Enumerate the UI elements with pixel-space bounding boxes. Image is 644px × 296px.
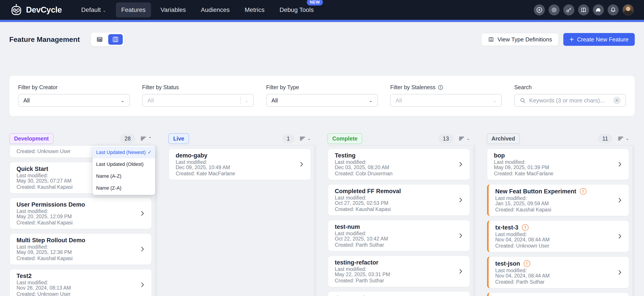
nav-item-variables[interactable]: Variables	[156, 2, 191, 17]
sort-option-last-updated-oldest[interactable]: Last Updated (Oldest)	[92, 158, 155, 170]
chevron-right-icon	[298, 161, 305, 168]
feature-name: Test2	[16, 273, 32, 279]
settings-button[interactable]	[548, 4, 560, 15]
feature-card[interactable]: Completed FF Removal Last modified: Oct …	[328, 184, 470, 216]
feature-card[interactable]: bop Last modified: May 09, 2025, 01:39 P…	[487, 149, 629, 180]
create-circle-button[interactable]	[534, 4, 545, 15]
table-view-button[interactable]	[92, 34, 107, 45]
filter-status-label: Filter by Status	[142, 84, 254, 90]
column-scrollbar[interactable]	[314, 146, 316, 296]
feature-card[interactable]: demo-gaby Last modified: Dec 09, 2025, 1…	[169, 149, 311, 180]
feature-name: bop	[494, 152, 505, 159]
chevron-right-icon	[457, 197, 464, 203]
search-input[interactable]	[529, 97, 610, 104]
clear-search-button[interactable]: ×	[613, 97, 621, 104]
discord-button[interactable]	[593, 4, 604, 15]
nav-item-features[interactable]: Features	[116, 2, 151, 17]
card-list: bop Last modified: May 09, 2025, 01:39 P…	[487, 146, 635, 296]
column-scrollbar[interactable]	[632, 146, 635, 296]
chevron-right-icon	[139, 246, 146, 252]
notifications-button[interactable]	[608, 4, 619, 15]
kanban-view-icon	[112, 36, 119, 43]
filter-status-select[interactable]: All ⌄	[142, 94, 254, 107]
sort-lines-icon	[617, 135, 624, 142]
brand-name: DevCycle	[26, 5, 62, 14]
status-badge-development: Development	[9, 133, 54, 144]
sort-option-last-updated-newest[interactable]: Last Updated (Newest)✓	[92, 146, 155, 158]
created-by: Created: Unknown User	[16, 291, 145, 296]
sort-button[interactable]: ⌄	[458, 135, 470, 142]
nav-item-metrics[interactable]: Metrics	[239, 2, 270, 17]
chevron-right-icon	[616, 161, 623, 168]
kanban-board: Development 28 ⌃ Last Updated (Newest)✓ …	[9, 134, 635, 296]
last-modified-date: Dec 03, 2025, 08:20 AM	[335, 165, 463, 170]
created-by: Created: Unknown User	[495, 243, 622, 249]
sort-button[interactable]: ⌄	[617, 135, 629, 142]
count-badge: 13	[438, 134, 453, 143]
feature-card[interactable]: test-num Last modified: Oct 22, 2025, 10…	[328, 220, 470, 251]
divider	[240, 97, 241, 104]
create-new-feature-button[interactable]: + Create New Feature	[563, 33, 635, 46]
stale-warning-icon	[524, 260, 530, 267]
feature-card[interactable]: Testing Last modified: Dec 03, 2025, 08:…	[328, 149, 470, 180]
feature-card[interactable]: New Feat Button Experiment Last modified…	[487, 184, 629, 216]
search-label: Search	[514, 84, 626, 90]
last-modified-date: Oct 27, 2025, 02:53 PM	[335, 200, 463, 206]
feature-card[interactable]: Test2 Last modified: Nov 26, 2024, 08:13…	[10, 269, 152, 296]
chevron-up-icon: ⌃	[148, 136, 152, 141]
chevron-right-icon	[616, 197, 623, 204]
new-badge: NEW	[307, 0, 323, 5]
nav-item-audiences[interactable]: Audiences	[196, 2, 235, 17]
kanban-view-button[interactable]	[108, 34, 123, 45]
last-modified-date: Nov 04, 2024, 08:44 AM	[495, 273, 622, 278]
devcycle-logo[interactable]: DevCycle	[10, 4, 62, 16]
sort-button[interactable]: ⌄	[299, 135, 311, 142]
sort-option-name-za[interactable]: Name (Z-A)	[92, 182, 155, 194]
feature-card[interactable]: testing-refactor Last modified: May 22, …	[328, 256, 470, 287]
column-live: Live 1 ⌄ demo-gaby Last modified: Dec 09…	[168, 134, 316, 296]
column-live-header: Live 1 ⌄	[168, 134, 316, 143]
created-by: Created: Parth Suthar	[335, 278, 463, 283]
column-scrollbar[interactable]	[473, 146, 476, 296]
feature-name: test-json	[495, 261, 520, 267]
feature-card[interactable]: Multi Step Rollout Demo Last modified: M…	[10, 234, 152, 265]
project-selector[interactable]: Default⌄	[76, 2, 112, 17]
nav-menu: Default⌄ Features Variables Audiences Me…	[76, 2, 319, 17]
column-development: Development 28 ⌃ Last Updated (Newest)✓ …	[9, 134, 157, 296]
last-modified-date: May 09, 2025, 12:36 PM	[16, 250, 145, 255]
card-list: demo-gaby Last modified: Dec 09, 2025, 1…	[168, 146, 316, 296]
feature-card[interactable]: demo-paul Last modified:	[328, 291, 470, 296]
filter-creator-label: Filter by Creator	[18, 84, 130, 90]
book-icon	[580, 6, 587, 13]
card-list: Testing Last modified: Dec 03, 2025, 08:…	[328, 146, 476, 296]
column-archived: Archived 11 ⌄ bop Last modified: May 09,…	[487, 134, 635, 296]
api-keys-button[interactable]	[563, 4, 574, 15]
chevron-down-icon: ⌄	[626, 136, 629, 141]
count-badge: 28	[120, 134, 135, 143]
filter-type-select[interactable]: All ⌄	[266, 94, 378, 107]
sort-button[interactable]: ⌃	[140, 135, 152, 142]
feature-name: tx-test-3	[495, 224, 518, 231]
feature-card[interactable]: test-json Last modified: Nov 04, 2024, 0…	[487, 257, 629, 288]
created-by: Created: Kate MacFarlane	[494, 171, 622, 176]
filter-staleness-select[interactable]: All ⌄	[390, 94, 502, 107]
sort-option-name-az[interactable]: Name (A-Z)	[92, 170, 155, 182]
info-icon[interactable]	[438, 85, 444, 90]
chevron-right-icon	[139, 282, 146, 288]
feature-card[interactable]: User Permissions Demo Last modified: May…	[10, 198, 152, 229]
bell-icon	[610, 6, 616, 13]
last-modified-date: Nov 26, 2024, 08:13 AM	[16, 285, 145, 291]
table-view-icon	[96, 36, 103, 43]
filter-creator-select[interactable]: All ⌄	[18, 94, 130, 107]
user-avatar[interactable]	[622, 4, 634, 16]
feature-card[interactable]: tx-test-3 Last modified: Nov 04, 2024, 0…	[487, 221, 629, 252]
feature-name: New Feat Button Experiment	[495, 188, 576, 195]
docs-button[interactable]	[578, 4, 589, 15]
feature-name: demo-paul	[335, 295, 365, 296]
feature-card[interactable]: rachel-test Last modified:	[487, 293, 629, 296]
view-type-definitions-button[interactable]: View Type Definitions	[481, 33, 558, 46]
column-archived-header: Archived 11 ⌄	[487, 134, 635, 143]
nav-actions	[534, 4, 634, 16]
chevron-down-icon: ⌄	[102, 8, 106, 13]
page-header: Feature Management View Type Definitions…	[9, 32, 635, 46]
